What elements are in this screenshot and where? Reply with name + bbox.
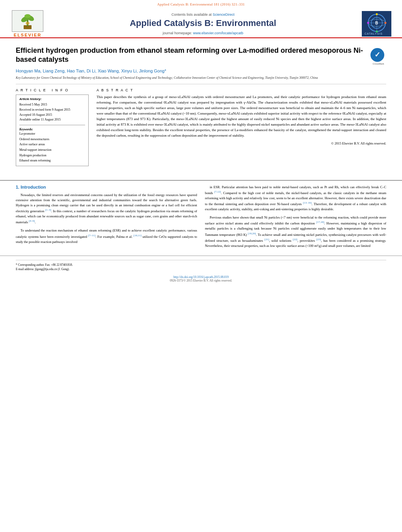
ref-7-12: [7,12] xyxy=(214,190,221,193)
svg-point-14 xyxy=(384,22,386,24)
ref-13-16: [13–16] xyxy=(303,201,312,204)
footnote-content: * Corresponding author. Fax: +86 22 8740… xyxy=(16,260,386,272)
right-column: A B S T R A C T This paper describes the… xyxy=(97,88,386,170)
article-title-section: Efficient hydrogen production from ethan… xyxy=(16,46,386,84)
ref-4-6: [4–6] xyxy=(29,219,35,222)
svg-point-6 xyxy=(26,22,30,25)
elsevier-label: ELSEVIER xyxy=(14,33,41,37)
ref-19-20: [19,20] xyxy=(248,232,256,235)
article-authors: Hongyan Ma, Liang Zeng, Hao Tian, Di Li,… xyxy=(16,69,365,73)
keyword-la-promoter: La-promoter xyxy=(19,131,85,137)
article-info-abstract: A R T I C L E I N F O Article history: R… xyxy=(16,88,386,170)
body-left-column: 1. Introduction Nowadays, the limited re… xyxy=(16,185,197,252)
bottom-bar: http://dx.doi.org/10.1016/j.apcatb.2015.… xyxy=(0,273,402,284)
article-history-label: Article history: xyxy=(19,97,85,101)
ref-10-11: [10,11] xyxy=(134,234,141,237)
ref-21: [21] xyxy=(264,238,269,241)
article-title-text: Efficient hydrogen production from ethan… xyxy=(16,46,365,80)
svg-text:✓: ✓ xyxy=(374,51,380,59)
svg-text:CATALYSIS: CATALYSIS xyxy=(365,32,383,35)
article-main-title: Efficient hydrogen production from ethan… xyxy=(16,46,365,65)
keywords-box: Keywords: La-promoter Ordered mesostruct… xyxy=(19,125,85,163)
abstract-header: A B S T R A C T xyxy=(97,88,386,92)
homepage-url[interactable]: www.elsevier.com/locate/apcatb xyxy=(193,31,244,35)
abstract-text: This paper describes the synthesis of a … xyxy=(97,95,386,139)
intro-paragraph-1: Nowadays, the limited reserves and envir… xyxy=(16,193,197,225)
journal-ref-text: Applied Catalysis B: Environmental 181 (… xyxy=(157,2,245,6)
available-online-date: Available online 11 August 2015 xyxy=(19,117,85,122)
footnote-area: * Corresponding author. Fax: +86 22 8740… xyxy=(0,256,402,274)
right-paragraph-1: in ESR. Particular attention has been pa… xyxy=(205,185,386,212)
contents-line: Contents lists available at ScienceDirec… xyxy=(55,13,351,17)
article-content: Efficient hydrogen production from ethan… xyxy=(0,38,402,174)
article-info-box: Article history: Received 5 May 2015 Rec… xyxy=(16,95,89,166)
catalysis-logo-image: B CATALYSIS xyxy=(362,11,391,37)
doi-link[interactable]: http://dx.doi.org/10.1016/j.apcatb.2015.… xyxy=(16,275,386,279)
article-affiliation: Key Laboratory for Green Chemical Techno… xyxy=(16,76,365,80)
copyright-line: © 2015 Elsevier B.V. All rights reserved… xyxy=(97,141,386,145)
catalysis-logo: B CATALYSIS xyxy=(359,11,394,37)
svg-point-13 xyxy=(376,13,378,15)
svg-point-16 xyxy=(367,22,369,24)
article-info-header: A R T I C L E I N F O xyxy=(16,88,89,92)
left-column: A R T I C L E I N F O Article history: R… xyxy=(16,88,89,170)
keyword-ethanol: Ethanol steam reforming xyxy=(19,158,85,163)
issn-text: 0926-3373/© 2015 Elsevier B.V. All right… xyxy=(16,279,386,282)
keyword-ordered: Ordered mesostructures xyxy=(19,137,85,142)
elsevier-logo-image xyxy=(12,10,43,32)
keyword-metal: Metal-support interaction xyxy=(19,147,85,153)
journal-reference: Applied Catalysis B: Environmental 181 (… xyxy=(0,0,402,7)
intro-section-title: 1. Introduction xyxy=(16,185,197,189)
keywords-label: Keywords: xyxy=(19,128,85,131)
svg-point-5 xyxy=(24,14,31,18)
journal-title: Applied Catalysis B: Environmental xyxy=(55,18,351,28)
ref-1-3: [1–3] xyxy=(45,208,51,211)
crossmark-label: CrossMark xyxy=(370,63,386,65)
section-divider xyxy=(0,180,402,181)
journal-center: Contents lists available at ScienceDirec… xyxy=(47,13,359,35)
corresponding-author: * Corresponding author. Fax: +86 22 8740… xyxy=(16,263,386,267)
ref-23: [23] xyxy=(316,238,321,241)
received-revised-date: Received in revised form 9 August 2015 xyxy=(19,108,85,113)
right-body-text: in ESR. Particular attention has been pa… xyxy=(205,185,386,248)
intro-paragraph-2: To understand the reaction mechanism of … xyxy=(16,228,197,244)
journal-homepage: journal homepage: www.elsevier.com/locat… xyxy=(55,31,351,35)
body-columns: 1. Introduction Nowadays, the limited re… xyxy=(0,185,402,252)
email-address: E-mail address: jlgong@tju.edu.cn (J. Go… xyxy=(16,267,386,271)
keyword-active: Active surface areas xyxy=(19,142,85,147)
body-right-column: in ESR. Particular attention has been pa… xyxy=(205,185,386,252)
crossmark-logo: ✓ CrossMark xyxy=(370,48,386,65)
intro-body-text: Nowadays, the limited reserves and envir… xyxy=(16,193,197,245)
ref-22: [22] xyxy=(293,238,298,241)
svg-text:B: B xyxy=(375,21,378,25)
keyword-hydrogen: Hydrogen production xyxy=(19,153,85,158)
ref-7-11: [7–11] xyxy=(88,234,95,237)
ref-17-18: [17,18] xyxy=(316,221,324,224)
elsevier-logo: ELSEVIER xyxy=(8,10,47,37)
sciencedirect-link[interactable]: ScienceDirect xyxy=(213,13,235,17)
received-date: Received 5 May 2015 xyxy=(19,102,85,108)
journal-header: ELSEVIER Contents lists available at Sci… xyxy=(0,7,402,38)
accepted-date: Accepted 10 August 2015 xyxy=(19,113,85,118)
right-paragraph-2: Previous studies have shown that small N… xyxy=(205,215,386,248)
crossmark-circle: ✓ xyxy=(370,48,384,62)
